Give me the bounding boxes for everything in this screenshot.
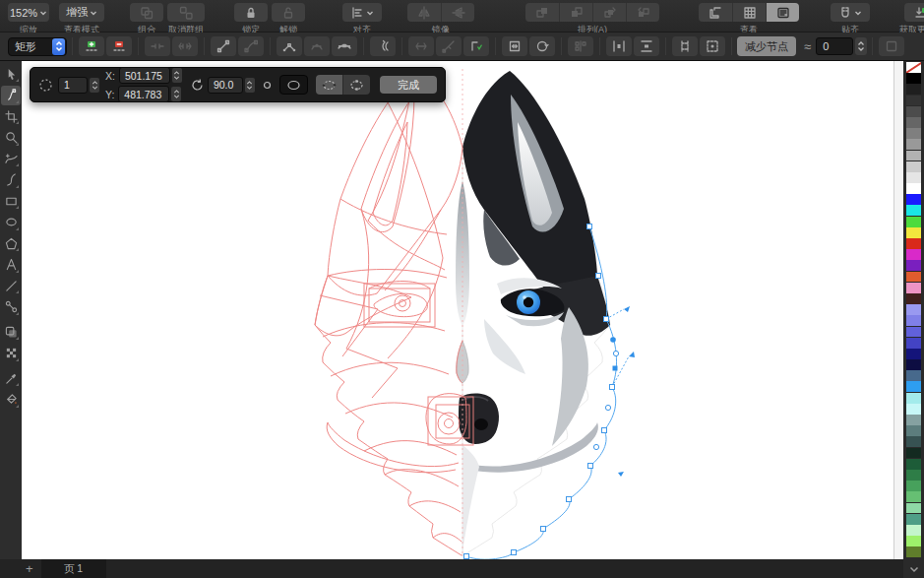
- close-curve-button[interactable]: [463, 36, 489, 56]
- stretch-nodes-button[interactable]: [502, 36, 527, 56]
- freehand-tool[interactable]: [1, 149, 21, 168]
- zoom-tool[interactable]: [1, 128, 21, 148]
- unlock-button[interactable]: [272, 3, 305, 22]
- palette-swatch[interactable]: [906, 370, 921, 381]
- mirror-horizontal-button[interactable]: [407, 3, 441, 22]
- curve-smoothness-field[interactable]: 0: [816, 37, 853, 55]
- to-line-button[interactable]: [211, 36, 236, 56]
- get-more-button[interactable]: [904, 3, 924, 22]
- palette-swatch[interactable]: [906, 359, 921, 370]
- x-field[interactable]: 501.175: [119, 67, 170, 84]
- palette-swatch[interactable]: [906, 448, 921, 459]
- zoom-dropdown[interactable]: 152%: [8, 3, 49, 22]
- palette-swatch[interactable]: [906, 293, 921, 304]
- add-page-button[interactable]: +: [26, 561, 33, 576]
- rotate-nodes-button[interactable]: [529, 36, 555, 56]
- ellipse-tool[interactable]: [1, 213, 21, 232]
- palette-swatch[interactable]: [906, 470, 921, 481]
- smooth-node-button[interactable]: [304, 36, 330, 56]
- palette-swatch[interactable]: [906, 283, 921, 293]
- palette-swatch[interactable]: [906, 161, 921, 172]
- palette-swatch[interactable]: [906, 172, 921, 183]
- palette-swatch[interactable]: [906, 151, 921, 161]
- shape-type-stepper[interactable]: [52, 38, 65, 55]
- angle-field[interactable]: 90.0: [208, 77, 243, 94]
- pick-tool[interactable]: [1, 64, 21, 84]
- break-node-button[interactable]: [172, 36, 198, 56]
- align-dropdown[interactable]: [342, 3, 382, 22]
- back-one-button[interactable]: [626, 3, 659, 22]
- delete-node-button[interactable]: [106, 36, 132, 56]
- palette-swatch[interactable]: [906, 183, 921, 194]
- palette-swatch[interactable]: [906, 249, 921, 260]
- mirror-vertical-button[interactable]: [441, 3, 474, 22]
- palette-swatch[interactable]: [906, 217, 921, 227]
- palette-swatch-none[interactable]: [906, 62, 921, 73]
- y-field[interactable]: 481.783: [118, 86, 169, 102]
- align-nodes-button[interactable]: [568, 36, 593, 56]
- shape-tool[interactable]: [1, 86, 21, 105]
- palette-swatch[interactable]: [906, 503, 921, 514]
- group-button[interactable]: [130, 3, 163, 22]
- eyedropper-tool[interactable]: [1, 368, 21, 388]
- crop-tool[interactable]: [1, 106, 21, 126]
- palette-expand-button[interactable]: [909, 559, 919, 577]
- show-rulers-button[interactable]: [699, 3, 732, 22]
- show-page-button[interactable]: [766, 3, 799, 22]
- drop-shadow-tool[interactable]: [1, 322, 21, 342]
- palette-swatch[interactable]: [906, 459, 921, 470]
- palette-swatch[interactable]: [906, 481, 921, 491]
- elastic-mode-button[interactable]: [672, 36, 698, 56]
- palette-swatch[interactable]: [906, 73, 921, 84]
- palette-swatch[interactable]: [906, 349, 921, 359]
- transform-option-button-2[interactable]: [342, 75, 370, 95]
- palette-swatch[interactable]: [906, 327, 921, 338]
- symmetric-node-button[interactable]: [332, 36, 357, 56]
- palette-swatch[interactable]: [906, 194, 921, 205]
- transform-option-button-1[interactable]: [316, 75, 342, 95]
- palette-swatch[interactable]: [906, 205, 921, 216]
- canvas[interactable]: 1 X: 501.175 Y: 481.783: [22, 61, 893, 559]
- fill-tool[interactable]: [1, 390, 21, 410]
- copies-field[interactable]: 1: [58, 77, 88, 94]
- artistic-media-tool[interactable]: [1, 170, 21, 190]
- palette-swatch[interactable]: [906, 393, 921, 404]
- palette-swatch[interactable]: [906, 514, 921, 525]
- select-all-nodes-button[interactable]: [700, 36, 725, 56]
- palette-swatch[interactable]: [906, 415, 921, 425]
- distribute-h-button[interactable]: [606, 36, 632, 56]
- palette-swatch[interactable]: [906, 84, 921, 95]
- extend-curve-button[interactable]: [408, 36, 434, 56]
- show-grid-button[interactable]: [732, 3, 766, 22]
- smoothness-box-button[interactable]: [879, 36, 904, 56]
- palette-swatch[interactable]: [906, 525, 921, 536]
- distribute-v-button[interactable]: [634, 36, 659, 56]
- y-stepper[interactable]: [171, 87, 181, 101]
- palette-swatch[interactable]: [906, 425, 921, 436]
- palette-swatch[interactable]: [906, 238, 921, 249]
- to-curve-button[interactable]: [238, 36, 264, 56]
- done-button[interactable]: 完成: [380, 76, 437, 94]
- palette-swatch[interactable]: [906, 546, 921, 557]
- palette-swatch[interactable]: [906, 315, 921, 326]
- palette-swatch[interactable]: [906, 128, 921, 139]
- palette-swatch[interactable]: [906, 436, 921, 447]
- angle-stepper[interactable]: [245, 78, 255, 93]
- palette-swatch[interactable]: [906, 304, 921, 315]
- to-front-button[interactable]: [525, 3, 559, 22]
- add-node-button[interactable]: [79, 36, 104, 56]
- viewmode-dropdown[interactable]: 增强: [59, 3, 104, 22]
- palette-swatch[interactable]: [906, 404, 921, 415]
- rectangle-tool[interactable]: [1, 191, 21, 211]
- snap-dropdown[interactable]: [831, 3, 870, 22]
- palette-swatch[interactable]: [906, 338, 921, 349]
- palette-swatch[interactable]: [906, 272, 921, 283]
- join-nodes-button[interactable]: [145, 36, 170, 56]
- palette-swatch[interactable]: [906, 96, 921, 106]
- smoothness-stepper[interactable]: [855, 37, 867, 55]
- line-tool[interactable]: [1, 276, 21, 295]
- page-tab-1[interactable]: 页 1: [41, 559, 106, 578]
- palette-swatch[interactable]: [906, 106, 921, 117]
- copies-stepper[interactable]: [90, 78, 99, 93]
- reverse-direction-button[interactable]: [370, 36, 396, 56]
